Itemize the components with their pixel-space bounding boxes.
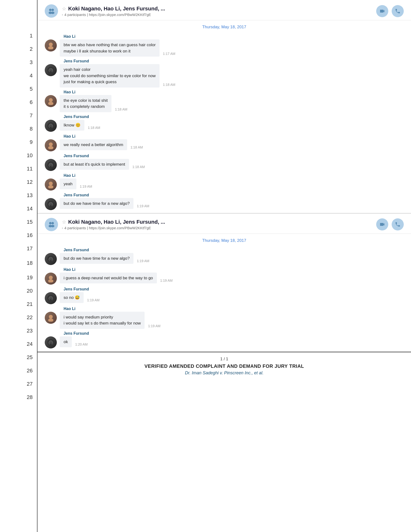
message-row: i would say medium priorityi would say l… — [45, 312, 404, 329]
hao-avatar — [45, 179, 57, 190]
line-number-21: 21 — [0, 297, 37, 311]
chat-subtitle: ›4 participants | https://join.skype.com… — [62, 13, 376, 17]
message-row: the eye color is total shitit s complete… — [45, 95, 404, 112]
sender-name: Hao Li — [64, 173, 404, 178]
footer-subtitle: Dr. Iman Sadeghi v. Pinscreen Inc., et a… — [37, 370, 411, 376]
sender-name: Jens Fursund — [64, 59, 404, 63]
jens-avatar — [45, 253, 57, 265]
hao-avatar — [45, 139, 57, 151]
jens-avatar — [45, 120, 57, 132]
participants-count: 4 participants | https://join.skype.com/… — [64, 226, 151, 230]
page-footer: 1 / 1VERIFIED AMENDED COMPLAINT AND DEMA… — [37, 352, 411, 378]
message-time: 1:19 AM — [137, 204, 149, 209]
message-row: so no 😅1:19 AM — [45, 292, 404, 304]
message-bubble: we really need a better algorithm — [60, 139, 127, 150]
line-number-2: 2 — [0, 42, 37, 56]
line-number-4: 4 — [0, 69, 37, 82]
svg-point-15 — [47, 201, 54, 208]
svg-point-0 — [49, 9, 51, 11]
message-content-time: but do we have time for a new algo?1:19 … — [60, 253, 404, 264]
line-number-12: 12 — [0, 175, 37, 189]
line-number-11: 11 — [0, 162, 37, 175]
sender-name: Jens Fursund — [64, 331, 404, 336]
date-separator: Thursday, May 18, 2017 — [37, 234, 411, 246]
svg-point-22 — [48, 279, 53, 283]
message-time: 1:19 AM — [137, 259, 149, 264]
chat-title-row: ☆Koki Nagano, Hao Li, Jens Fursund, ... — [62, 6, 376, 12]
chat-header-info: ☆Koki Nagano, Hao Li, Jens Fursund, ...›… — [62, 6, 376, 17]
message-content-time: ok1:20 AM — [60, 336, 404, 348]
video-call-button[interactable] — [376, 218, 388, 230]
phone-call-button[interactable] — [392, 5, 404, 17]
line-number-20: 20 — [0, 284, 37, 297]
sender-name: Hao Li — [64, 134, 404, 139]
hao-avatar — [45, 95, 57, 107]
svg-point-25 — [48, 318, 53, 322]
message-bubble: but do we have time for a new algo? — [60, 198, 133, 209]
message-row: ok1:20 AM — [45, 336, 404, 349]
line-number-3: 3 — [0, 56, 37, 69]
chat-actions — [376, 5, 404, 17]
message-row: yeah1:19 AM — [45, 179, 404, 190]
message-bubble: btw we also have nothing that can guess … — [60, 39, 159, 57]
message-content-time: yeah hair colorwe could do something sim… — [60, 64, 404, 87]
message-time: 1:18 AM — [88, 126, 100, 131]
svg-point-12 — [47, 162, 54, 168]
footer-title: VERIFIED AMENDED COMPLAINT AND DEMAND FO… — [37, 363, 411, 369]
chat-title-row: ☆Koki Nagano, Hao Li, Jens Fursund, ... — [62, 219, 376, 225]
chevron-right-icon[interactable]: › — [62, 226, 63, 230]
chat-header: ☆Koki Nagano, Hao Li, Jens Fursund, ...›… — [37, 214, 411, 234]
star-icon[interactable]: ☆ — [62, 219, 66, 225]
message-bubble: yeah — [60, 179, 76, 190]
svg-point-9 — [47, 122, 54, 129]
sender-name: Hao Li — [64, 90, 404, 94]
message-row: i guess a deep neural net would be the w… — [45, 273, 404, 285]
line-number-22: 22 — [0, 311, 37, 324]
line-number-5: 5 — [0, 82, 37, 95]
line-number-14: 14 — [0, 202, 37, 215]
message-time: 1:19 AM — [87, 298, 99, 303]
message-content-time: but at least it's quick to implement1:18… — [60, 159, 404, 170]
chat-header-info: ☆Koki Nagano, Hao Li, Jens Fursund, ...›… — [62, 219, 376, 230]
message-time: 1:20 AM — [75, 342, 87, 347]
video-call-button[interactable] — [376, 5, 388, 17]
chevron-right-icon[interactable]: › — [62, 13, 63, 17]
message-content-time: yeah1:19 AM — [60, 179, 404, 190]
chat-header: ☆Koki Nagano, Hao Li, Jens Fursund, ...›… — [37, 0, 411, 20]
jens-avatar — [45, 64, 57, 76]
svg-point-16 — [49, 222, 51, 224]
participants-count: 4 participants | https://join.skype.com/… — [64, 13, 151, 17]
message-row: but do we have time for a new algo?1:19 … — [45, 198, 404, 210]
chat-title: Koki Nagano, Hao Li, Jens Fursund, ... — [68, 6, 165, 12]
svg-point-14 — [48, 185, 53, 188]
line-number-1: 1 — [0, 29, 37, 42]
svg-point-20 — [47, 256, 54, 262]
message-content-time: we really need a better algorithm1:18 AM — [60, 139, 404, 150]
svg-point-23 — [47, 295, 54, 302]
line-number-7: 7 — [0, 109, 37, 122]
message-row: we really need a better algorithm1:18 AM — [45, 139, 404, 151]
sender-name: Hao Li — [64, 34, 404, 39]
group-avatar — [45, 218, 58, 231]
svg-point-8 — [48, 102, 53, 105]
sender-name: Hao Li — [64, 307, 404, 311]
message-time: 1:19 AM — [80, 184, 92, 189]
svg-point-11 — [48, 146, 53, 149]
sender-name: Hao Li — [64, 267, 404, 272]
star-icon[interactable]: ☆ — [62, 6, 66, 12]
line-number-13: 13 — [0, 189, 37, 202]
message-row: Iknow 😊1:18 AM — [45, 120, 404, 132]
message-row: btw we also have nothing that can guess … — [45, 39, 404, 57]
page-number: 1 / 1 — [37, 357, 411, 361]
line-number-18: 18 — [0, 255, 37, 271]
line-number-19: 19 — [0, 271, 37, 284]
jens-avatar — [45, 336, 57, 349]
line-number-15: 15 — [0, 215, 37, 228]
message-content-time: the eye color is total shitit s complete… — [60, 95, 404, 112]
svg-point-24 — [49, 315, 53, 319]
line-number-10: 10 — [0, 149, 37, 162]
message-bubble: but at least it's quick to implement — [60, 159, 129, 170]
phone-call-button[interactable] — [392, 218, 404, 230]
message-content-time: but do we have time for a new algo?1:19 … — [60, 198, 404, 209]
line-numbers-column: 1234567891011121314151617181920212223242… — [0, 0, 37, 532]
